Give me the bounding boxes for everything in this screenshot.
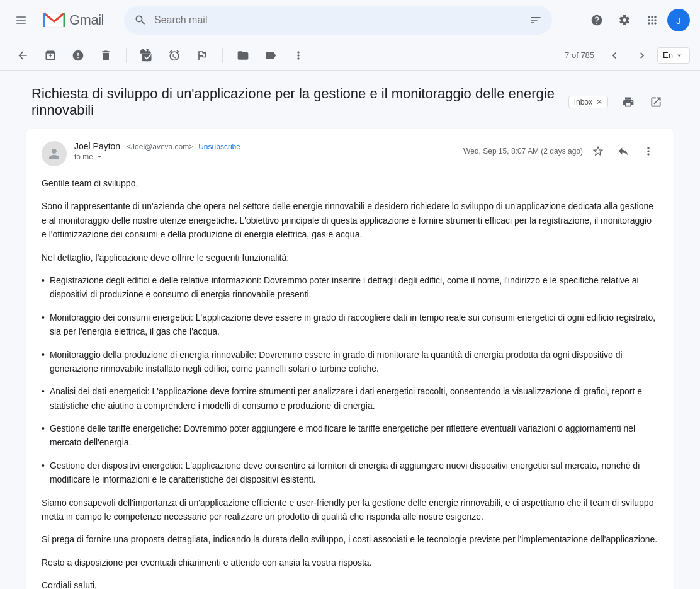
intro-paragraph: Sono il rappresentante di un'azienda che… [42,199,658,241]
reply-button[interactable] [613,141,633,161]
inbox-badge: Inbox ✕ [568,96,608,108]
to-me-row[interactable]: to me [74,152,463,161]
sender-info: Joel Payton <Joel@aveva.com> Unsubscribe… [74,141,463,161]
language-selector[interactable]: En [657,47,690,64]
snooze-button[interactable] [162,43,187,68]
email-subject: Richiesta di sviluppo di un'applicazione… [31,86,561,118]
top-navigation: Gmail J [0,0,700,40]
sender-email: <Joel@aveva.com> [127,142,193,151]
toolbar-right: 7 of 785 En [560,43,690,68]
email-toolbar: 7 of 785 En [0,40,700,71]
page-count: 7 of 785 [565,50,594,60]
search-bar[interactable] [124,6,552,35]
avatar[interactable]: J [667,9,690,31]
more-actions-button[interactable] [638,141,658,161]
list-item: •Gestione delle tariffe energetiche: Dov… [42,421,658,450]
move-button[interactable] [134,43,159,68]
email-body: Gentile team di sviluppo, Sono il rappre… [42,176,658,589]
unsubscribe-link[interactable]: Unsubscribe [198,142,240,151]
divider-2 [222,48,223,63]
gmail-logo[interactable]: Gmail [43,12,104,28]
archive-button[interactable] [38,43,63,68]
menu-button[interactable] [10,8,35,33]
sender-avatar [42,141,67,166]
list-item: •Monitoraggio dei consumi energetici: L'… [42,311,658,339]
closing-2: Si prega di fornire una proposta dettagl… [42,532,658,546]
email-header: Joel Payton <Joel@aveva.com> Unsubscribe… [42,141,658,166]
svg-rect-2 [16,23,26,24]
list-item-text: Analisi dei dati energetici: L'applicazi… [50,384,658,413]
chevron-down-icon [674,50,684,60]
to-me-text: to me [74,152,93,161]
greeting: Gentile team di sviluppo, [42,176,658,190]
email-subject-row: Richiesta di sviluppo di un'applicazione… [26,86,674,118]
tune-icon [529,14,542,26]
toolbar-left [10,43,311,68]
gmail-label: Gmail [69,12,104,28]
list-item: •Monitoraggio della produzione di energi… [42,348,658,376]
move-to-button[interactable] [230,43,256,68]
prev-email-button[interactable] [602,43,627,68]
top-nav-right: J [584,8,690,33]
back-button[interactable] [10,43,35,68]
list-item-text: Monitoraggio della produzione di energia… [50,348,658,376]
sender-name-row: Joel Payton <Joel@aveva.com> Unsubscribe [74,141,463,151]
sender-name: Joel Payton [74,141,120,151]
svg-rect-1 [16,20,26,21]
closing-1: Siamo consapevoli dell'importanza di un'… [42,496,658,524]
settings-button[interactable] [612,8,637,33]
list-item: •Gestione dei dispositivi energetici: L'… [42,459,658,487]
list-item-text: Gestione delle tariffe energetiche: Dovr… [50,421,658,450]
email-container: Richiesta di sviluppo di un'applicazione… [16,71,684,589]
subject-actions [616,89,669,115]
email-header-right: Wed, Sep 15, 8:07 AM (2 days ago) [463,141,658,161]
apps-button[interactable] [640,8,665,33]
remove-inbox-badge[interactable]: ✕ [596,98,602,106]
help-button[interactable] [584,8,609,33]
add-to-tasks-button[interactable] [189,43,215,68]
list-item: •Registrazione degli edifici e delle rel… [42,273,658,302]
spam-button[interactable] [65,43,91,68]
list-item-text: Registrazione degli edifici e delle rela… [50,273,658,302]
closing-3: Resto a disposizione per eventuali chiar… [42,556,658,569]
star-button[interactable] [588,141,608,161]
search-icon [134,14,147,26]
list-item-text: Gestione dei dispositivi energetici: L'a… [50,459,658,487]
chevron-down-small-icon [96,153,103,161]
features-list: •Registrazione degli edifici e delle rel… [42,273,658,487]
email-date: Wed, Sep 15, 8:07 AM (2 days ago) [463,147,583,156]
list-item: •Analisi dei dati energetici: L'applicaz… [42,384,658,413]
svg-rect-0 [16,16,26,18]
open-new-window-button[interactable] [643,89,669,115]
label-button[interactable] [258,43,283,68]
search-input[interactable] [154,14,522,26]
list-item-text: Monitoraggio dei consumi energetici: L'a… [50,311,658,339]
more-button[interactable] [286,43,311,68]
email-card: Joel Payton <Joel@aveva.com> Unsubscribe… [26,129,674,589]
list-intro: Nel dettaglio, l'applicazione deve offri… [42,251,658,265]
print-button[interactable] [616,89,641,115]
salutation: Cordiali saluti, [42,578,658,589]
divider-1 [126,48,127,63]
delete-button[interactable] [93,43,118,68]
next-email-button[interactable] [629,43,655,68]
